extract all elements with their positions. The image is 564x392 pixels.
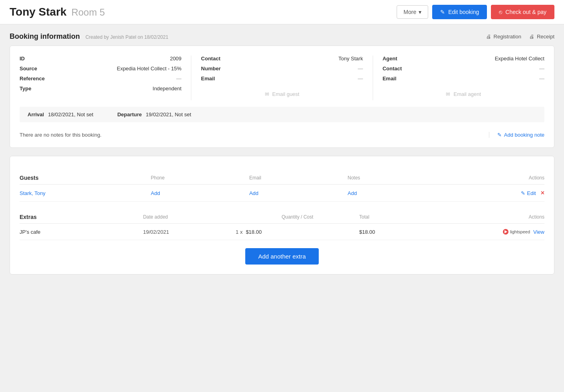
- id-row: ID 2009: [20, 56, 181, 62]
- id-value: 2009: [170, 56, 181, 62]
- extras-actions-col-header: Actions: [452, 214, 544, 220]
- chevron-down-icon: ▾: [419, 9, 421, 15]
- extra-name-cell: JP's cafe: [20, 229, 143, 235]
- add-extra-button[interactable]: Add another extra: [245, 248, 318, 265]
- checkout-label: Check out & pay: [505, 9, 546, 15]
- guests-table: Guests Phone Email Notes Actions Stark, …: [20, 172, 544, 202]
- extras-table-row: JP's cafe 19/02/2021 1 x $18.00 $18.00 l…: [20, 224, 544, 240]
- arrival-label: Arrival: [28, 111, 44, 117]
- more-button[interactable]: More ▾: [397, 5, 428, 19]
- qty-value: 1 x: [236, 229, 242, 235]
- agent-contact-value: —: [539, 66, 544, 72]
- guest-phone-cell: Add: [151, 190, 249, 196]
- total-col-header: Total: [359, 214, 452, 220]
- registration-label: Registration: [494, 34, 521, 40]
- room-label: Room 5: [71, 7, 105, 18]
- lightspeed-logo: lightspeed: [502, 229, 530, 235]
- agent-contact-label: Contact: [383, 66, 402, 72]
- envelope-icon: ✉: [265, 91, 269, 97]
- reference-label: Reference: [20, 76, 45, 82]
- contact-label: Contact: [201, 56, 220, 62]
- guest-name: Tony Stark: [10, 6, 67, 18]
- cost-value: $18.00: [246, 229, 262, 235]
- agent-row: Agent Expedia Hotel Collect: [383, 56, 544, 62]
- receipt-label: Receipt: [537, 34, 554, 40]
- notes-col-header: Notes: [348, 175, 479, 181]
- extras-col-header: Extras: [20, 214, 143, 220]
- pencil-icon: ✎: [440, 9, 445, 15]
- booking-left-col: ID 2009 Source Expedia Hotel Collect - 1…: [20, 56, 191, 100]
- edit-booking-button[interactable]: ✎ Edit booking: [432, 5, 487, 19]
- number-label: Number: [201, 66, 220, 72]
- no-notes-text: There are no notes for this booking.: [20, 132, 101, 138]
- booking-info-actions: 🖨 Registration 🖨 Receipt: [486, 34, 554, 40]
- booking-info-header: Booking information Created by Jenish Pa…: [10, 32, 554, 41]
- extras-table-header: Extras Date added Quantity / Cost Total …: [20, 211, 544, 224]
- arrival-value: 18/02/2021, Not set: [48, 111, 93, 117]
- agent-email-label: Email: [383, 76, 397, 82]
- source-label: Source: [20, 66, 37, 72]
- guest-name-link[interactable]: Stark, Tony: [20, 190, 46, 196]
- agent-email-value: —: [539, 76, 544, 82]
- type-value: Independent: [153, 86, 181, 92]
- notes-row: There are no notes for this booking. ✎ A…: [20, 129, 544, 138]
- type-row: Type Independent: [20, 86, 181, 92]
- guests-table-header: Guests Phone Email Notes Actions: [20, 172, 544, 185]
- guest-notes-cell: Add: [348, 190, 479, 196]
- email-agent-button[interactable]: ✉ Email agent: [383, 88, 544, 100]
- booking-created-by: Created by Jenish Patel on 18/02/2021: [85, 34, 168, 40]
- email-guest-label: Email guest: [272, 91, 300, 97]
- email-label: Email: [201, 76, 215, 82]
- delete-guest-button[interactable]: ×: [541, 189, 544, 197]
- type-label: Type: [20, 86, 31, 92]
- add-note-link[interactable]: ✎ Add booking note: [489, 132, 544, 138]
- departure-item: Departure 19/02/2021, Not set: [117, 111, 191, 117]
- registration-link[interactable]: 🖨 Registration: [486, 34, 521, 40]
- extra-actions-cell: lightspeed View: [452, 229, 544, 235]
- booking-right-col: Agent Expedia Hotel Collect Contact — Em…: [383, 56, 544, 100]
- edit-guest-link[interactable]: ✎ Edit: [521, 190, 536, 196]
- extra-total-cell: $18.00: [359, 229, 452, 235]
- top-bar-left: Tony Stark Room 5: [10, 6, 105, 18]
- guests-col-header: Guests: [20, 175, 151, 181]
- add-note-label: Add booking note: [504, 132, 544, 138]
- agent-email-row: Email —: [383, 76, 544, 82]
- qty-col-header: Quantity / Cost: [236, 214, 359, 220]
- booking-info-card: ID 2009 Source Expedia Hotel Collect - 1…: [10, 46, 554, 148]
- guests-extras-card: Guests Phone Email Notes Actions Stark, …: [10, 156, 554, 275]
- source-value: Expedia Hotel Collect - 15%: [117, 66, 181, 72]
- agent-value: Expedia Hotel Collect: [495, 56, 544, 62]
- printer-icon: 🖨: [486, 34, 491, 40]
- email-guest-button[interactable]: ✉ Email guest: [201, 88, 363, 100]
- agent-contact-row: Contact —: [383, 66, 544, 72]
- booking-info-grid: ID 2009 Source Expedia Hotel Collect - 1…: [20, 56, 544, 100]
- receipt-link[interactable]: 🖨 Receipt: [529, 34, 554, 40]
- actions-col-header: Actions: [479, 175, 544, 181]
- reference-value: —: [176, 76, 181, 82]
- add-notes-link[interactable]: Add: [348, 190, 357, 196]
- arrival-departure-row: Arrival 18/02/2021, Not set Departure 19…: [20, 107, 544, 122]
- table-row: Stark, Tony Add Add Add ✎ Edit ×: [20, 185, 544, 202]
- more-label: More: [403, 9, 416, 15]
- booking-middle-col: Contact Tony Stark Number — Email — ✉ Em…: [201, 56, 373, 100]
- arrival-item: Arrival 18/02/2021, Not set: [28, 111, 93, 117]
- receipt-printer-icon: 🖨: [529, 34, 534, 40]
- reference-row: Reference —: [20, 76, 181, 82]
- departure-label: Departure: [117, 111, 142, 117]
- contact-row: Contact Tony Stark: [201, 56, 363, 62]
- pencil-note-icon: ✎: [497, 132, 502, 138]
- add-phone-link[interactable]: Add: [151, 190, 160, 196]
- booking-info-title-group: Booking information Created by Jenish Pa…: [10, 32, 168, 41]
- view-extra-link[interactable]: View: [533, 229, 544, 235]
- number-row: Number —: [201, 66, 363, 72]
- agent-label: Agent: [383, 56, 397, 62]
- page-content: Booking information Created by Jenish Pa…: [0, 24, 564, 291]
- edit-label: Edit: [527, 190, 536, 196]
- add-email-link[interactable]: Add: [249, 190, 258, 196]
- departure-value: 19/02/2021, Not set: [146, 111, 191, 117]
- checkout-button[interactable]: ⎋ Check out & pay: [491, 5, 554, 19]
- guest-actions-cell: ✎ Edit ×: [479, 189, 544, 197]
- guest-email-cell: Add: [249, 190, 348, 196]
- email-agent-label: Email agent: [453, 91, 481, 97]
- phone-col-header: Phone: [151, 175, 249, 181]
